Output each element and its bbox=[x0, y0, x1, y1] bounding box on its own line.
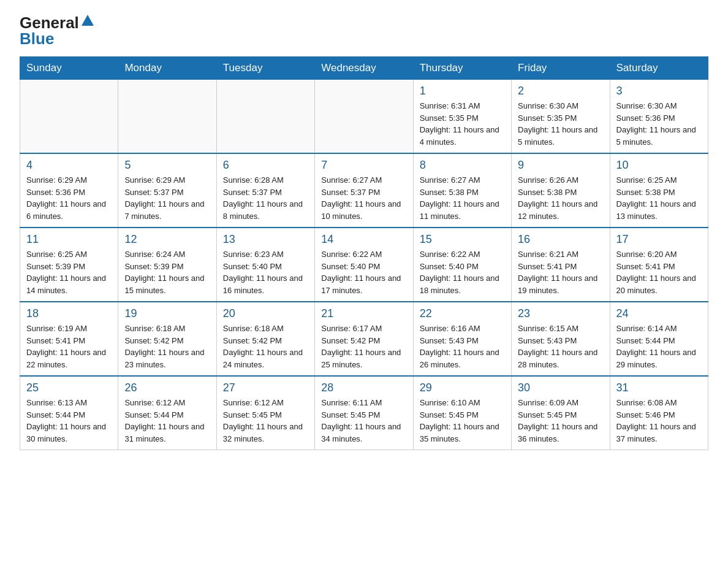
logo: General Blue bbox=[20, 15, 94, 47]
calendar-cell: 4Sunrise: 6:29 AMSunset: 5:36 PMDaylight… bbox=[20, 153, 118, 228]
day-info: Sunrise: 6:11 AMSunset: 5:45 PMDaylight:… bbox=[321, 397, 406, 445]
calendar-header-saturday: Saturday bbox=[610, 57, 708, 80]
calendar-cell: 17Sunrise: 6:20 AMSunset: 5:41 PMDayligh… bbox=[610, 228, 708, 302]
day-info: Sunrise: 6:22 AMSunset: 5:40 PMDaylight:… bbox=[420, 248, 505, 296]
calendar-cell: 24Sunrise: 6:14 AMSunset: 5:44 PMDayligh… bbox=[610, 302, 708, 376]
calendar-cell: 13Sunrise: 6:23 AMSunset: 5:40 PMDayligh… bbox=[216, 228, 314, 302]
calendar-table: SundayMondayTuesdayWednesdayThursdayFrid… bbox=[20, 56, 708, 450]
calendar-cell: 25Sunrise: 6:13 AMSunset: 5:44 PMDayligh… bbox=[20, 376, 118, 450]
calendar-week-row-2: 4Sunrise: 6:29 AMSunset: 5:36 PMDaylight… bbox=[20, 153, 708, 228]
day-number: 21 bbox=[321, 307, 406, 320]
page-header: General Blue bbox=[20, 15, 708, 47]
day-number: 28 bbox=[321, 381, 406, 394]
day-number: 20 bbox=[223, 307, 308, 320]
calendar-cell: 31Sunrise: 6:08 AMSunset: 5:46 PMDayligh… bbox=[610, 376, 708, 450]
calendar-cell: 15Sunrise: 6:22 AMSunset: 5:40 PMDayligh… bbox=[413, 228, 511, 302]
calendar-cell: 16Sunrise: 6:21 AMSunset: 5:41 PMDayligh… bbox=[512, 228, 610, 302]
calendar-cell: 2Sunrise: 6:30 AMSunset: 5:35 PMDaylight… bbox=[512, 80, 610, 154]
calendar-cell: 3Sunrise: 6:30 AMSunset: 5:36 PMDaylight… bbox=[610, 80, 708, 154]
calendar-header-monday: Monday bbox=[118, 57, 216, 80]
svg-marker-0 bbox=[82, 15, 94, 26]
day-number: 30 bbox=[518, 381, 603, 394]
day-info: Sunrise: 6:12 AMSunset: 5:45 PMDaylight:… bbox=[223, 397, 308, 445]
day-number: 9 bbox=[518, 159, 603, 172]
day-number: 3 bbox=[616, 85, 702, 98]
calendar-header-row: SundayMondayTuesdayWednesdayThursdayFrid… bbox=[20, 57, 708, 80]
day-info: Sunrise: 6:29 AMSunset: 5:37 PMDaylight:… bbox=[124, 174, 210, 222]
day-info: Sunrise: 6:16 AMSunset: 5:43 PMDaylight:… bbox=[420, 323, 505, 370]
calendar-cell: 7Sunrise: 6:27 AMSunset: 5:37 PMDaylight… bbox=[315, 153, 413, 228]
day-info: Sunrise: 6:20 AMSunset: 5:41 PMDaylight:… bbox=[616, 248, 702, 296]
calendar-cell: 26Sunrise: 6:12 AMSunset: 5:44 PMDayligh… bbox=[118, 376, 216, 450]
calendar-week-row-1: 1Sunrise: 6:31 AMSunset: 5:35 PMDaylight… bbox=[20, 80, 708, 154]
day-info: Sunrise: 6:29 AMSunset: 5:36 PMDaylight:… bbox=[26, 174, 112, 222]
calendar-header-tuesday: Tuesday bbox=[216, 57, 314, 80]
day-info: Sunrise: 6:09 AMSunset: 5:45 PMDaylight:… bbox=[518, 397, 603, 445]
day-number: 27 bbox=[223, 381, 308, 394]
day-info: Sunrise: 6:25 AMSunset: 5:39 PMDaylight:… bbox=[26, 248, 112, 296]
day-info: Sunrise: 6:19 AMSunset: 5:41 PMDaylight:… bbox=[26, 323, 112, 370]
calendar-week-row-3: 11Sunrise: 6:25 AMSunset: 5:39 PMDayligh… bbox=[20, 228, 708, 302]
calendar-week-row-4: 18Sunrise: 6:19 AMSunset: 5:41 PMDayligh… bbox=[20, 302, 708, 376]
day-info: Sunrise: 6:13 AMSunset: 5:44 PMDaylight:… bbox=[26, 397, 112, 445]
calendar-cell: 10Sunrise: 6:25 AMSunset: 5:38 PMDayligh… bbox=[610, 153, 708, 228]
day-number: 13 bbox=[223, 233, 308, 246]
day-info: Sunrise: 6:12 AMSunset: 5:44 PMDaylight:… bbox=[124, 397, 210, 445]
calendar-cell: 6Sunrise: 6:28 AMSunset: 5:37 PMDaylight… bbox=[216, 153, 314, 228]
day-number: 15 bbox=[420, 233, 505, 246]
day-info: Sunrise: 6:10 AMSunset: 5:45 PMDaylight:… bbox=[420, 397, 505, 445]
logo-blue: Blue bbox=[20, 31, 54, 47]
logo-triangle-icon bbox=[82, 15, 94, 26]
calendar-cell: 18Sunrise: 6:19 AMSunset: 5:41 PMDayligh… bbox=[20, 302, 118, 376]
calendar-cell: 1Sunrise: 6:31 AMSunset: 5:35 PMDaylight… bbox=[413, 80, 511, 154]
calendar-cell: 23Sunrise: 6:15 AMSunset: 5:43 PMDayligh… bbox=[512, 302, 610, 376]
calendar-cell: 9Sunrise: 6:26 AMSunset: 5:38 PMDaylight… bbox=[512, 153, 610, 228]
calendar-cell: 28Sunrise: 6:11 AMSunset: 5:45 PMDayligh… bbox=[315, 376, 413, 450]
day-info: Sunrise: 6:23 AMSunset: 5:40 PMDaylight:… bbox=[223, 248, 308, 296]
calendar-cell: 8Sunrise: 6:27 AMSunset: 5:38 PMDaylight… bbox=[413, 153, 511, 228]
day-number: 23 bbox=[518, 307, 603, 320]
day-info: Sunrise: 6:18 AMSunset: 5:42 PMDaylight:… bbox=[124, 323, 210, 370]
day-info: Sunrise: 6:27 AMSunset: 5:37 PMDaylight:… bbox=[321, 174, 406, 222]
day-number: 8 bbox=[420, 159, 505, 172]
calendar-cell: 27Sunrise: 6:12 AMSunset: 5:45 PMDayligh… bbox=[216, 376, 314, 450]
calendar-cell: 11Sunrise: 6:25 AMSunset: 5:39 PMDayligh… bbox=[20, 228, 118, 302]
day-info: Sunrise: 6:25 AMSunset: 5:38 PMDaylight:… bbox=[616, 174, 702, 222]
calendar-cell: 5Sunrise: 6:29 AMSunset: 5:37 PMDaylight… bbox=[118, 153, 216, 228]
calendar-header-wednesday: Wednesday bbox=[315, 57, 413, 80]
day-info: Sunrise: 6:15 AMSunset: 5:43 PMDaylight:… bbox=[518, 323, 603, 370]
day-number: 24 bbox=[616, 307, 702, 320]
day-info: Sunrise: 6:28 AMSunset: 5:37 PMDaylight:… bbox=[223, 174, 308, 222]
day-info: Sunrise: 6:17 AMSunset: 5:42 PMDaylight:… bbox=[321, 323, 406, 370]
day-number: 16 bbox=[518, 233, 603, 246]
day-number: 29 bbox=[420, 381, 505, 394]
day-info: Sunrise: 6:30 AMSunset: 5:35 PMDaylight:… bbox=[518, 100, 603, 148]
day-number: 25 bbox=[26, 381, 112, 394]
day-number: 17 bbox=[616, 233, 702, 246]
day-info: Sunrise: 6:21 AMSunset: 5:41 PMDaylight:… bbox=[518, 248, 603, 296]
calendar-cell: 21Sunrise: 6:17 AMSunset: 5:42 PMDayligh… bbox=[315, 302, 413, 376]
day-info: Sunrise: 6:31 AMSunset: 5:35 PMDaylight:… bbox=[420, 100, 505, 148]
day-number: 14 bbox=[321, 233, 406, 246]
calendar-cell bbox=[118, 80, 216, 154]
calendar-cell: 29Sunrise: 6:10 AMSunset: 5:45 PMDayligh… bbox=[413, 376, 511, 450]
calendar-cell: 22Sunrise: 6:16 AMSunset: 5:43 PMDayligh… bbox=[413, 302, 511, 376]
calendar-cell bbox=[216, 80, 314, 154]
day-info: Sunrise: 6:14 AMSunset: 5:44 PMDaylight:… bbox=[616, 323, 702, 370]
day-number: 7 bbox=[321, 159, 406, 172]
calendar-cell: 20Sunrise: 6:18 AMSunset: 5:42 PMDayligh… bbox=[216, 302, 314, 376]
day-number: 11 bbox=[26, 233, 112, 246]
calendar-header-thursday: Thursday bbox=[413, 57, 511, 80]
day-info: Sunrise: 6:30 AMSunset: 5:36 PMDaylight:… bbox=[616, 100, 702, 148]
day-number: 18 bbox=[26, 307, 112, 320]
calendar-cell bbox=[315, 80, 413, 154]
day-number: 12 bbox=[124, 233, 210, 246]
day-number: 31 bbox=[616, 381, 702, 394]
calendar-cell: 30Sunrise: 6:09 AMSunset: 5:45 PMDayligh… bbox=[512, 376, 610, 450]
day-number: 26 bbox=[124, 381, 210, 394]
calendar-cell: 14Sunrise: 6:22 AMSunset: 5:40 PMDayligh… bbox=[315, 228, 413, 302]
day-number: 19 bbox=[124, 307, 210, 320]
day-number: 22 bbox=[420, 307, 505, 320]
day-info: Sunrise: 6:27 AMSunset: 5:38 PMDaylight:… bbox=[420, 174, 505, 222]
day-number: 2 bbox=[518, 85, 603, 98]
